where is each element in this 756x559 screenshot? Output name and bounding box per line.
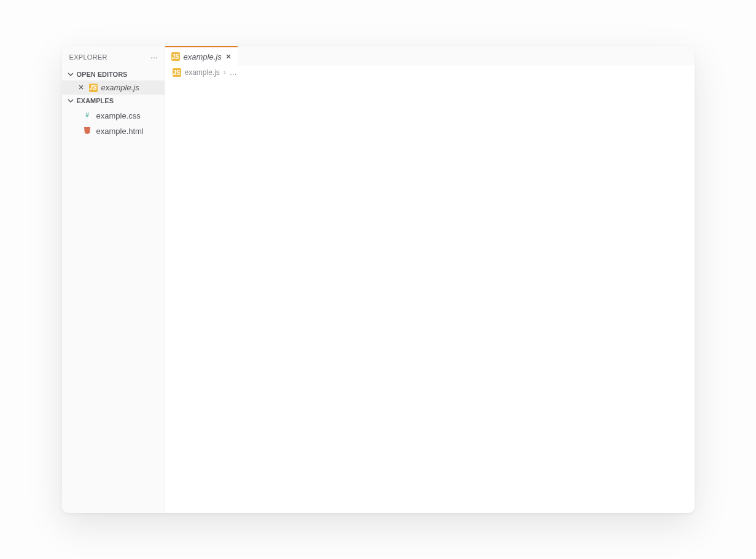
svg-text:#: # <box>85 112 89 119</box>
open-editors-section[interactable]: OPEN EDITORS <box>62 68 165 80</box>
open-editor-item[interactable]: JS example.js <box>62 80 165 95</box>
file-name-label: example.html <box>96 127 144 136</box>
file-item-example-html[interactable]: example.html <box>62 123 165 139</box>
file-name-label: example.css <box>96 111 141 120</box>
chevron-right-icon: › <box>224 68 226 77</box>
line-number-gutter <box>165 79 196 513</box>
code-editor[interactable] <box>165 79 695 513</box>
examples-section[interactable]: EXAMPLES <box>62 95 165 107</box>
breadcrumb-file: example.js <box>185 68 220 77</box>
file-list: #example.cssexample.html <box>62 107 165 140</box>
sidebar-header: EXPLORER ··· <box>62 46 165 68</box>
code-content[interactable] <box>196 79 695 513</box>
sidebar-title: EXPLORER <box>69 53 107 61</box>
examples-label: EXAMPLES <box>77 97 114 104</box>
breadcrumb[interactable]: JS example.js › … <box>165 66 695 79</box>
editor-window: EXPLORER ··· OPEN EDITORS JS example.js … <box>62 46 695 513</box>
sidebar: EXPLORER ··· OPEN EDITORS JS example.js … <box>62 46 165 513</box>
chevron-down-icon <box>67 98 74 104</box>
sidebar-more-icon[interactable]: ··· <box>150 52 158 62</box>
breadcrumb-rest: … <box>230 68 237 77</box>
close-icon[interactable] <box>225 52 232 61</box>
html-file-icon <box>83 126 92 136</box>
file-item-example-css[interactable]: #example.css <box>62 108 165 123</box>
open-editor-file-name: example.js <box>101 83 139 92</box>
close-icon[interactable] <box>78 83 85 92</box>
chevron-down-icon <box>67 71 74 77</box>
main-area: JS example.js JS example.js › … <box>165 46 695 513</box>
tab-example-js[interactable]: JS example.js <box>165 46 238 66</box>
css-file-icon: # <box>83 111 92 121</box>
tab-label: example.js <box>184 52 222 61</box>
js-file-icon: JS <box>173 68 181 77</box>
js-file-icon: JS <box>171 52 180 61</box>
open-editors-label: OPEN EDITORS <box>77 71 128 78</box>
tab-bar: JS example.js <box>165 46 695 66</box>
js-file-icon: JS <box>89 84 98 92</box>
